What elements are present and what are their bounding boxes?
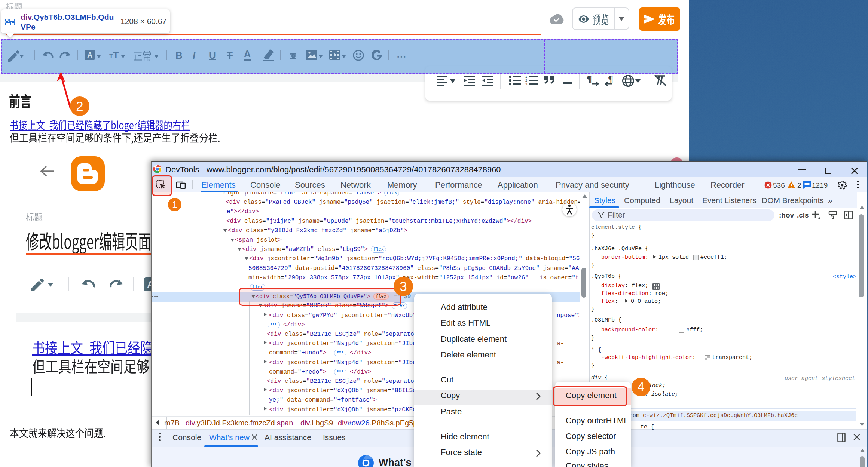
svg-text:¶: ¶ [587, 74, 592, 85]
svg-text:T: T [113, 51, 119, 60]
svg-text:¶: ¶ [608, 74, 613, 85]
svg-text:3: 3 [525, 82, 527, 86]
svg-text:1: 1 [525, 75, 527, 79]
svg-text:A: A [87, 51, 92, 59]
svg-text:2: 2 [525, 79, 527, 82]
